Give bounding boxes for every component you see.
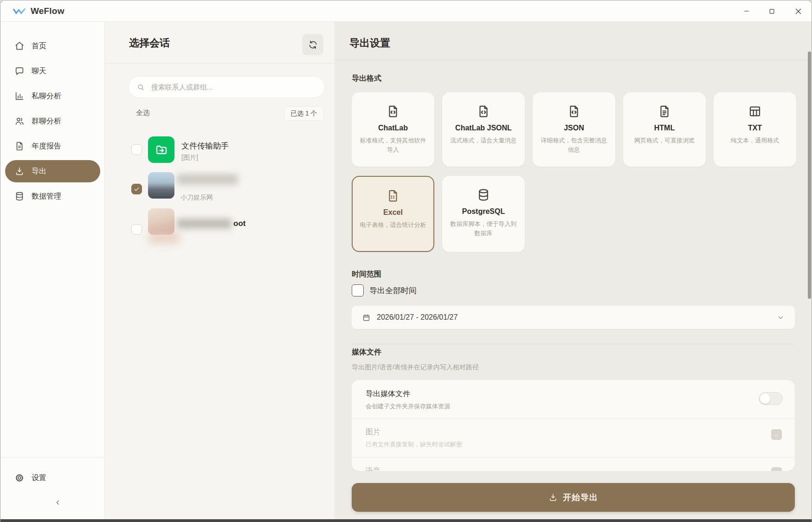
home-icon: [14, 41, 25, 51]
format-card-json[interactable]: JSON 详细格式，包含完整消息信息: [533, 92, 615, 167]
gear-icon: [14, 473, 25, 483]
start-export-button[interactable]: 开始导出: [352, 483, 795, 512]
users-icon: [14, 116, 25, 126]
format-section-label: 导出格式: [352, 74, 381, 84]
all-time-label: 导出全部时间: [369, 285, 417, 296]
sidebar-item-label: 私聊分析: [32, 91, 61, 101]
export-panel-title: 导出设置: [349, 36, 390, 50]
toggle-knob: [760, 393, 770, 404]
format-name: ChatLab: [352, 124, 434, 132]
search-icon: [137, 83, 145, 91]
maximize-icon: [768, 8, 775, 15]
all-time-checkbox[interactable]: [352, 284, 364, 296]
sidebar-divider: [0, 457, 105, 458]
format-card-chatlab[interactable]: ChatLab 标准格式，支持其他软件导入: [352, 92, 434, 167]
format-desc: 电子表格，适合统计分析: [359, 220, 427, 230]
sidebar-settings-area: 设置: [0, 465, 105, 490]
refresh-button[interactable]: [302, 34, 323, 55]
media-image-title: 图片: [366, 427, 380, 437]
media-image-checkbox[interactable]: [771, 429, 782, 440]
app-title: WeFlow: [31, 6, 64, 16]
sidebar-nav: 首页 聊天 私聊分析 群聊分析 年度报告 导出: [0, 33, 105, 209]
calendar-icon: [362, 313, 371, 322]
format-desc: 数据库脚本，便于导入到数据库: [449, 219, 518, 238]
export-panel: 导出设置 导出格式 ChatLab 标准格式，支持其他软件导入 ChatLab …: [335, 22, 812, 520]
format-name: Excel: [353, 208, 433, 217]
sidebar-item-label: 数据管理: [32, 192, 61, 201]
start-export-label: 开始导出: [563, 492, 598, 503]
app-window: WeFlow 首页 聊天 私聊分析: [0, 0, 812, 522]
titlebar: WeFlow: [0, 0, 812, 22]
session-panel: 选择会话 全选 已选 1 个 文件传输助手 [图片]: [105, 22, 335, 520]
format-desc: 标准格式，支持其他软件导入: [358, 136, 428, 155]
blurred-photo-avatar: [148, 208, 174, 235]
minimize-button[interactable]: [737, 2, 756, 20]
weflow-logo-icon: [13, 6, 26, 16]
sidebar-item-annual-report[interactable]: 年度报告: [0, 134, 105, 159]
chat-bubble-icon: [14, 66, 25, 76]
format-card-txt[interactable]: TXT 纯文本，通用格式: [714, 92, 796, 167]
sidebar-item-data-management[interactable]: 数据管理: [0, 184, 105, 209]
maximize-button[interactable]: [762, 2, 781, 20]
format-name: JSON: [533, 124, 615, 132]
search-box: [128, 76, 325, 98]
refresh-icon: [308, 40, 318, 50]
blurred-conversation-preview: [149, 232, 180, 244]
sidebar-item-label: 群聊分析: [32, 116, 61, 126]
sidebar-item-label: 首页: [32, 41, 46, 51]
sidebar-item-label: 导出: [32, 167, 46, 176]
format-card-postgresql[interactable]: PostgreSQL 数据库脚本，便于导入到数据库: [442, 176, 525, 252]
media-row-divider: [352, 418, 795, 419]
conversation-checkbox[interactable]: [131, 144, 142, 155]
media-export-title: 导出媒体文件: [366, 389, 410, 399]
folder-transfer-icon: [154, 142, 169, 157]
file-transfer-avatar: [148, 136, 174, 163]
format-card-chatlab-jsonl[interactable]: ChatLab JSONL 流式格式，适合大量消息: [442, 92, 525, 167]
format-card-html[interactable]: HTML 网页格式，可直接浏览: [623, 92, 706, 167]
conversation-name-suffix: oot: [233, 219, 245, 228]
download-icon: [548, 493, 558, 502]
sidebar-item-chat[interactable]: 聊天: [0, 58, 105, 84]
close-icon: [794, 7, 802, 15]
sidebar-item-group-analysis[interactable]: 群聊分析: [0, 109, 105, 134]
sidebar-collapse-button[interactable]: [49, 496, 67, 509]
sidebar-item-label: 设置: [32, 473, 46, 483]
format-name: PostgreSQL: [442, 207, 525, 216]
section-divider: [352, 344, 795, 344]
sidebar: 首页 聊天 私聊分析 群聊分析 年度报告 导出: [0, 22, 105, 520]
format-card-excel[interactable]: Excel 电子表格，适合统计分析: [352, 176, 434, 252]
media-voice-title: 语音: [366, 466, 380, 471]
sidebar-item-label: 年度报告: [32, 142, 61, 151]
sidebar-item-settings[interactable]: 设置: [0, 465, 105, 490]
format-name: HTML: [623, 124, 706, 132]
close-button[interactable]: [788, 2, 808, 20]
blurred-photo-avatar: [148, 172, 174, 199]
sidebar-item-label: 聊天: [32, 66, 46, 76]
format-desc: 流式格式，适合大量消息: [449, 136, 518, 145]
database-icon: [14, 191, 25, 201]
media-options-card: 导出媒体文件 会创建子文件夹并保存媒体资源 图片 已有文件直接复制，缺失时尝试解…: [352, 380, 795, 471]
time-section-label: 时间范围: [352, 270, 381, 279]
media-export-toggle[interactable]: [759, 392, 783, 405]
select-all-label[interactable]: 全选: [136, 109, 150, 117]
media-image-subtitle: 已有文件直接复制，缺失时尝试解密: [366, 440, 462, 449]
download-icon: [14, 166, 25, 176]
media-section-desc: 导出图片/语音/表情并在记录内写入相对路径: [352, 363, 479, 372]
chevron-down-icon: [777, 314, 785, 322]
check-icon: [773, 432, 780, 438]
conversation-checkbox[interactable]: [131, 184, 142, 194]
search-input[interactable]: [150, 83, 316, 91]
export-footer: 开始导出: [335, 471, 812, 520]
app-logo: WeFlow: [13, 0, 64, 22]
sidebar-item-export[interactable]: 导出: [0, 159, 105, 184]
minimize-icon: [743, 7, 750, 15]
media-voice-checkbox[interactable]: [771, 467, 782, 471]
scrollbar-thumb[interactable]: [808, 52, 811, 299]
sidebar-item-private-analysis[interactable]: 私聊分析: [0, 84, 105, 109]
sidebar-item-home[interactable]: 首页: [0, 33, 105, 58]
format-desc: 详细格式，包含完整消息信息: [539, 136, 609, 155]
date-range-field[interactable]: 2026/01/27 - 2026/01/27: [352, 306, 795, 329]
media-export-subtitle: 会创建子文件夹并保存媒体资源: [366, 402, 450, 411]
conversation-checkbox[interactable]: [131, 224, 142, 235]
session-header-divider: [105, 63, 335, 64]
